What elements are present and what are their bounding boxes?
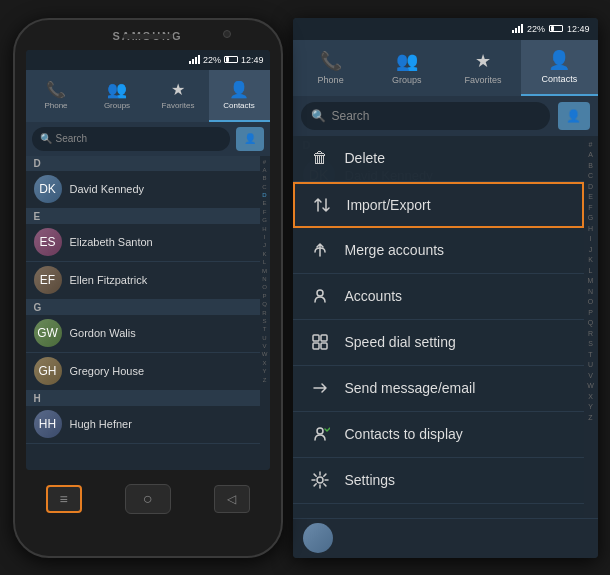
- contact-gregory-house[interactable]: GH Gregory House: [26, 353, 260, 391]
- contact-hugh-hefner[interactable]: HH Hugh Hefner: [26, 406, 260, 444]
- dp-tab-groups[interactable]: 👥 Groups: [369, 40, 445, 96]
- menu-item-accounts[interactable]: Accounts: [293, 274, 584, 320]
- dp-battery-icon: [549, 25, 563, 32]
- dp-tab-groups-label: Groups: [392, 75, 422, 85]
- avatar-david-kennedy: DK: [34, 175, 62, 203]
- tab-phone[interactable]: 📞 Phone: [26, 70, 87, 122]
- menu-item-accounts-label: Accounts: [345, 288, 403, 304]
- avatar-ellen-fitzpatrick: EF: [34, 266, 62, 294]
- menu-item-import-export-label: Import/Export: [347, 197, 431, 213]
- phone-screen: 22% 12:49 📞 Phone 👥 Groups ★ Favor: [26, 50, 270, 470]
- dp-tab-phone-label: Phone: [318, 75, 344, 85]
- dp-bottom-avatar: [303, 523, 333, 553]
- dp-signal-2: [515, 28, 517, 33]
- menu-item-speed-dial[interactable]: Speed dial setting: [293, 320, 584, 366]
- tab-favorites[interactable]: ★ Favorites: [148, 70, 209, 122]
- dp-phone-icon: 📞: [320, 50, 342, 72]
- alpha-F: F: [263, 208, 267, 216]
- dp-add-contact-button[interactable]: 👤: [558, 102, 590, 130]
- dp-tab-favorites-label: Favorites: [465, 75, 502, 85]
- alpha-B: B: [262, 174, 266, 182]
- dp-signal-4: [521, 24, 523, 33]
- dp-contacts-icon: 👤: [548, 49, 570, 71]
- alpha-G: G: [262, 216, 267, 224]
- alpha-I: I: [264, 233, 266, 241]
- alpha-L: L: [263, 258, 266, 266]
- contact-elizabeth-santon[interactable]: ES Elizabeth Santon: [26, 224, 260, 262]
- scene: SAMSUNG 22% 12:49 📞: [13, 18, 598, 558]
- dp-battery-fill: [551, 26, 554, 31]
- tab-groups[interactable]: 👥 Groups: [87, 70, 148, 122]
- dp-search-input[interactable]: 🔍 Search: [301, 102, 550, 130]
- svg-rect-1: [313, 335, 319, 341]
- dp-bottom-contact: [293, 518, 598, 558]
- alpha-W: W: [262, 350, 268, 358]
- phone-alpha-sidebar: # A B C D E F G H I J K L M N O P: [260, 156, 270, 470]
- dp-add-icon: 👤: [566, 109, 581, 123]
- alpha-S: S: [262, 317, 266, 325]
- menu-button[interactable]: ≡: [46, 485, 82, 513]
- alpha-K: K: [262, 250, 266, 258]
- menu-item-delete[interactable]: 🗑 Delete: [293, 136, 584, 182]
- dp-tab-contacts[interactable]: 👤 Contacts: [521, 40, 597, 96]
- merge-icon: [309, 239, 331, 261]
- alpha-X: X: [262, 359, 266, 367]
- alpha-E: E: [262, 199, 266, 207]
- menu-item-merge-label: Merge accounts: [345, 242, 445, 258]
- dp-search-icon: 🔍: [311, 109, 326, 123]
- alpha-P: P: [262, 292, 266, 300]
- dp-status-bar: 22% 12:49: [293, 18, 598, 40]
- avatar-gw: GW: [34, 319, 62, 347]
- back-button[interactable]: ◁: [214, 485, 250, 513]
- avatar-hh: HH: [34, 410, 62, 438]
- menu-item-settings-label: Settings: [345, 472, 396, 488]
- phone-search-input-box[interactable]: 🔍 Search: [32, 127, 230, 151]
- contact-name-hugh-hefner: Hugh Hefner: [70, 418, 132, 430]
- dp-alpha-sidebar: # A B C D E F G H I J K L M N O P Q R S: [584, 136, 598, 518]
- contact-name-elizabeth-santon: Elizabeth Santon: [70, 236, 153, 248]
- alpha-A: A: [262, 166, 266, 174]
- menu-item-delete-label: Delete: [345, 150, 385, 166]
- add-contact-button[interactable]: 👤: [236, 127, 264, 151]
- back-icon: ◁: [227, 492, 236, 506]
- menu-item-speed-dial-label: Speed dial setting: [345, 334, 456, 350]
- phone-status-bar: 22% 12:49: [26, 50, 270, 70]
- menu-item-merge-accounts[interactable]: Merge accounts: [293, 228, 584, 274]
- dp-signal-3: [518, 26, 520, 33]
- alpha-Y: Y: [262, 367, 266, 375]
- alpha-N: N: [262, 275, 266, 283]
- dp-nav-tabs: 📞 Phone 👥 Groups ★ Favorites 👤 Contacts: [293, 40, 598, 96]
- dp-clock: 12:49: [567, 24, 590, 34]
- svg-point-0: [317, 290, 323, 296]
- section-header-G: G: [26, 300, 260, 315]
- dp-battery-pct: 22%: [527, 24, 545, 34]
- menu-item-contacts-display[interactable]: Contacts to display: [293, 412, 584, 458]
- battery-fill: [226, 57, 229, 62]
- accounts-icon: [309, 285, 331, 307]
- battery-percentage: 22%: [203, 55, 221, 65]
- dp-tab-phone[interactable]: 📞 Phone: [293, 40, 369, 96]
- alpha-O: O: [262, 283, 267, 291]
- favorites-icon: ★: [171, 80, 185, 99]
- menu-item-import-export[interactable]: Import/Export: [293, 182, 584, 228]
- phone-bottom-buttons: ≡ ○ ◁: [26, 474, 270, 524]
- menu-item-settings[interactable]: Settings: [293, 458, 584, 504]
- menu-item-send-label: Send message/email: [345, 380, 476, 396]
- delete-icon: 🗑: [309, 147, 331, 169]
- alpha-R: R: [262, 309, 266, 317]
- dp-tab-favorites[interactable]: ★ Favorites: [445, 40, 521, 96]
- dropdown-menu: 🗑 Delete Import/Export: [293, 136, 584, 518]
- contact-name-gordon-walis: Gordon Walis: [70, 327, 136, 339]
- dp-search-placeholder: Search: [332, 109, 370, 123]
- tab-groups-label: Groups: [104, 101, 130, 110]
- contact-ellen-fitzpatrick[interactable]: EF Ellen Fitzpatrick: [26, 262, 260, 300]
- dp-favorites-icon: ★: [475, 50, 491, 72]
- home-icon: ○: [143, 490, 153, 508]
- home-button[interactable]: ○: [125, 484, 171, 514]
- contacts-icon: 👤: [229, 80, 249, 99]
- signal-bar-2: [192, 59, 194, 64]
- tab-contacts[interactable]: 👤 Contacts: [209, 70, 270, 122]
- contact-david-kennedy[interactable]: DK David Kennedy: [26, 171, 260, 209]
- menu-item-send-message[interactable]: Send message/email: [293, 366, 584, 412]
- contact-gordon-walis[interactable]: GW Gordon Walis: [26, 315, 260, 353]
